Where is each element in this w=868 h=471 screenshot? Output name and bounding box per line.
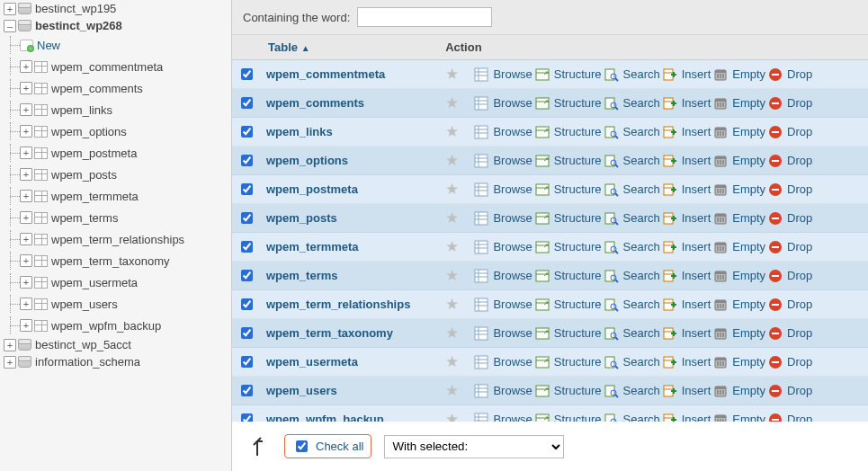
tree-table-label[interactable]: wpem_comments — [51, 82, 143, 95]
browse-link[interactable]: Browse — [493, 67, 532, 81]
tree-table-node[interactable]: +wpem_postmeta — [4, 142, 231, 164]
favorite-star-icon[interactable]: ★ — [443, 122, 460, 141]
empty-link[interactable]: Empty — [732, 96, 765, 110]
browse-link[interactable]: Browse — [493, 355, 532, 369]
tree-table-label[interactable]: wpem_options — [51, 125, 127, 138]
structure-link[interactable]: Structure — [554, 355, 602, 369]
insert-link[interactable]: Insert — [682, 125, 711, 138]
db-node-collapsed[interactable]: + bestinct_wp195 — [4, 0, 231, 17]
db-node-expanded[interactable]: – bestinct_wp268 — [4, 17, 231, 34]
expand-icon[interactable]: + — [4, 339, 16, 351]
expand-icon[interactable]: + — [20, 60, 32, 73]
search-link[interactable]: Search — [623, 269, 660, 282]
favorite-star-icon[interactable]: ★ — [443, 93, 460, 112]
tree-table-node[interactable]: +wpem_term_relationships — [4, 228, 231, 250]
tree-table-node[interactable]: +wpem_comments — [4, 77, 231, 99]
browse-link[interactable]: Browse — [493, 211, 532, 225]
table-name-link[interactable]: wpem_term_relationships — [266, 298, 410, 311]
row-checkbox[interactable] — [241, 385, 253, 396]
filter-input[interactable] — [357, 7, 492, 27]
browse-link[interactable]: Browse — [493, 96, 532, 110]
structure-link[interactable]: Structure — [554, 96, 602, 110]
drop-link[interactable]: Drop — [787, 125, 812, 138]
tree-table-node[interactable]: +wpem_posts — [4, 164, 231, 185]
structure-link[interactable]: Structure — [554, 298, 602, 311]
search-link[interactable]: Search — [623, 326, 660, 340]
row-checkbox[interactable] — [241, 212, 253, 224]
expand-icon[interactable]: + — [20, 298, 32, 310]
expand-icon[interactable]: + — [20, 125, 32, 138]
browse-link[interactable]: Browse — [493, 125, 532, 138]
browse-link[interactable]: Browse — [493, 413, 532, 422]
structure-link[interactable]: Structure — [554, 413, 602, 422]
tree-table-label[interactable]: wpem_commentmeta — [51, 60, 163, 74]
drop-link[interactable]: Drop — [787, 240, 812, 253]
favorite-star-icon[interactable]: ★ — [443, 410, 460, 422]
drop-link[interactable]: Drop — [787, 269, 812, 282]
row-checkbox[interactable] — [241, 183, 253, 195]
tree-table-label[interactable]: wpem_terms — [51, 211, 118, 225]
empty-link[interactable]: Empty — [732, 269, 765, 282]
table-name-link[interactable]: wpem_terms — [266, 269, 337, 282]
structure-link[interactable]: Structure — [554, 182, 602, 196]
db-node-collapsed[interactable]: + bestinct_wp_5acct — [4, 336, 231, 353]
expand-icon[interactable]: + — [20, 211, 32, 224]
expand-icon[interactable]: + — [20, 190, 32, 202]
tree-new-link[interactable]: New — [4, 34, 231, 56]
search-link[interactable]: Search — [623, 154, 660, 167]
tree-table-label[interactable]: wpem_posts — [51, 168, 117, 182]
favorite-star-icon[interactable]: ★ — [443, 65, 460, 84]
tree-table-label[interactable]: wpem_term_relationships — [51, 233, 184, 246]
row-checkbox[interactable] — [241, 327, 253, 339]
insert-link[interactable]: Insert — [682, 96, 711, 110]
expand-icon[interactable]: + — [20, 254, 32, 267]
structure-link[interactable]: Structure — [554, 125, 602, 138]
table-name-link[interactable]: wpem_links — [266, 125, 333, 138]
favorite-star-icon[interactable]: ★ — [443, 237, 460, 256]
favorite-star-icon[interactable]: ★ — [443, 209, 460, 227]
row-checkbox[interactable] — [241, 298, 253, 310]
search-link[interactable]: Search — [623, 182, 660, 196]
insert-link[interactable]: Insert — [682, 384, 711, 397]
structure-link[interactable]: Structure — [554, 326, 602, 340]
row-checkbox[interactable] — [241, 126, 253, 138]
empty-link[interactable]: Empty — [732, 182, 765, 196]
search-link[interactable]: Search — [623, 125, 660, 138]
expand-icon[interactable]: + — [20, 82, 32, 94]
drop-link[interactable]: Drop — [787, 384, 812, 397]
expand-icon[interactable]: + — [4, 356, 16, 369]
drop-link[interactable]: Drop — [787, 326, 812, 340]
with-selected-dropdown[interactable]: With selected: — [384, 435, 564, 458]
favorite-star-icon[interactable]: ★ — [443, 266, 460, 285]
table-name-link[interactable]: wpem_termmeta — [266, 240, 359, 253]
table-name-link[interactable]: wpem_wpfm_backup — [266, 413, 384, 422]
structure-link[interactable]: Structure — [554, 67, 602, 81]
insert-link[interactable]: Insert — [682, 413, 711, 422]
insert-link[interactable]: Insert — [682, 355, 711, 369]
favorite-star-icon[interactable]: ★ — [443, 352, 460, 371]
browse-link[interactable]: Browse — [493, 154, 532, 167]
search-link[interactable]: Search — [623, 355, 660, 369]
drop-link[interactable]: Drop — [787, 96, 812, 110]
table-name-link[interactable]: wpem_options — [266, 154, 348, 167]
insert-link[interactable]: Insert — [682, 211, 711, 225]
expand-icon[interactable]: + — [20, 168, 32, 181]
expand-icon[interactable]: + — [20, 233, 32, 245]
tree-table-label[interactable]: wpem_users — [51, 298, 118, 311]
search-link[interactable]: Search — [623, 384, 660, 397]
empty-link[interactable]: Empty — [732, 298, 765, 311]
structure-link[interactable]: Structure — [554, 384, 602, 397]
drop-link[interactable]: Drop — [787, 355, 812, 369]
tree-table-node[interactable]: +wpem_commentmeta — [4, 56, 231, 77]
empty-link[interactable]: Empty — [732, 355, 765, 369]
db-label[interactable]: bestinct_wp_5acct — [35, 338, 131, 351]
tree-table-label[interactable]: wpem_wpfm_backup — [51, 319, 161, 333]
drop-link[interactable]: Drop — [787, 182, 812, 196]
db-label[interactable]: bestinct_wp195 — [35, 2, 116, 15]
tree-table-node[interactable]: +wpem_termmeta — [4, 185, 231, 207]
insert-link[interactable]: Insert — [682, 154, 711, 167]
search-link[interactable]: Search — [623, 211, 660, 225]
table-name-link[interactable]: wpem_term_taxonomy — [266, 326, 393, 340]
row-checkbox[interactable] — [241, 155, 253, 166]
tree-table-node[interactable]: +wpem_terms — [4, 207, 231, 228]
